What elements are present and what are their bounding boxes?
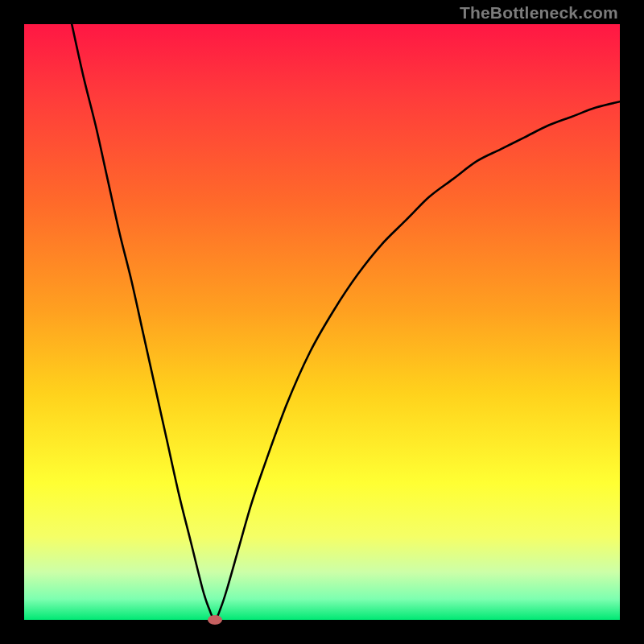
- watermark-text: TheBottleneck.com: [460, 3, 618, 23]
- bottleneck-curve: [24, 24, 620, 620]
- plot-area: [24, 24, 620, 620]
- optimal-point-marker: [208, 615, 222, 625]
- chart-frame: [24, 24, 620, 620]
